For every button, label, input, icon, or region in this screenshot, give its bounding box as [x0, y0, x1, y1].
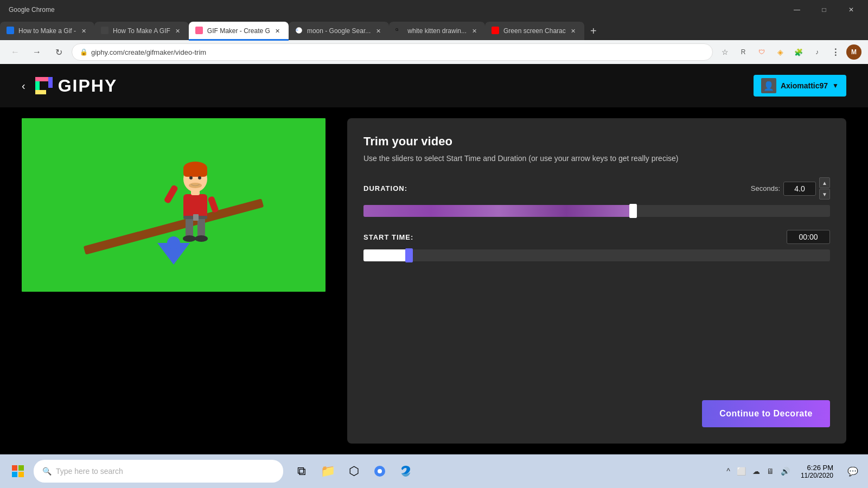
profile-button[interactable]: M	[846, 44, 861, 60]
seconds-down-button[interactable]: ▼	[819, 189, 830, 200]
more-menu-icon[interactable]: ⋮	[828, 44, 843, 60]
spacer	[363, 274, 830, 387]
taskbar-cortana-button[interactable]: ⬡	[342, 458, 366, 485]
clock-area[interactable]: 6:26 PM 11/20/2020	[796, 461, 838, 481]
tab-favicon-6	[492, 27, 500, 35]
user-avatar: 👤	[761, 78, 776, 93]
giphy-logo-text: GIPHY	[58, 76, 118, 96]
start-button[interactable]	[4, 458, 31, 485]
seconds-input[interactable]	[783, 182, 816, 196]
taskbar-chrome-button[interactable]	[368, 458, 392, 485]
tab-favicon-1	[7, 27, 15, 35]
url-text: giphy.com/create/gifmaker/video-trim	[91, 48, 705, 56]
giphy-logo-icon	[34, 76, 54, 95]
tab-gif-maker[interactable]: GIF Maker - Create G ✕	[189, 22, 289, 40]
taskbar-file-explorer-button[interactable]: 📁	[316, 458, 340, 485]
tab-close-5[interactable]: ✕	[470, 27, 478, 35]
svg-point-15	[195, 235, 208, 242]
minimize-button[interactable]: —	[784, 0, 809, 20]
back-button[interactable]: ←	[7, 43, 24, 61]
giphy-header: ‹ GIPHY 👤 Axiomattic97 ▼	[0, 64, 868, 107]
dropdown-arrow-icon: ▼	[832, 82, 839, 89]
tab-favicon-2	[101, 27, 110, 35]
tab-close-6[interactable]: ✕	[569, 27, 578, 35]
extensions-icon[interactable]: 🧩	[791, 44, 806, 60]
title-bar-left: Google Chrome	[4, 6, 782, 14]
start-time-input[interactable]	[787, 230, 830, 244]
duration-slider-track[interactable]	[363, 205, 830, 217]
onedrive-icon[interactable]: ☁	[750, 466, 762, 477]
bookmark-star-icon[interactable]: ☆	[717, 44, 732, 60]
reader-mode-icon[interactable]: R	[736, 44, 751, 60]
seconds-control: Seconds: ▲ ▼	[751, 177, 830, 200]
action-center-button[interactable]: 💬	[842, 458, 864, 485]
tab-title-1: How to Make a Gif -	[18, 27, 76, 35]
new-tab-button[interactable]: +	[584, 22, 603, 40]
tab-close-3[interactable]: ✕	[273, 27, 282, 35]
tab-title-4: moon - Google Sear...	[307, 27, 371, 35]
display-icon[interactable]: 🖥	[764, 466, 776, 477]
media-icon[interactable]: ♪	[809, 44, 825, 60]
tab-moon-search[interactable]: G moon - Google Sear... ✕	[289, 22, 389, 40]
title-bar: Google Chrome — □ ✕	[0, 0, 868, 20]
volume-icon[interactable]: 🔊	[778, 466, 792, 477]
start-time-label: START TIME:	[363, 233, 413, 241]
taskbar-edge-button[interactable]	[394, 458, 418, 485]
duration-handle[interactable]	[629, 204, 637, 218]
tab-close-4[interactable]: ✕	[374, 27, 382, 35]
taskbar-right: ^ ⬜ ☁ 🖥 🔊 6:26 PM 11/20/2020 💬	[724, 458, 864, 485]
tablet-mode-icon[interactable]: ⬜	[735, 466, 748, 477]
svg-rect-31	[18, 472, 24, 477]
tab-close-1[interactable]: ✕	[79, 27, 88, 35]
tab-favicon-3	[195, 27, 204, 35]
svg-rect-7	[35, 90, 46, 94]
taskbar-task-view-button[interactable]: ⧉	[290, 458, 314, 485]
green-screen-bg	[22, 118, 326, 292]
start-time-slider-track[interactable]	[363, 249, 830, 261]
close-button[interactable]: ✕	[839, 0, 864, 20]
brave-shield-icon[interactable]: 🛡	[754, 44, 769, 60]
svg-rect-30	[12, 472, 17, 477]
edge-icon	[399, 465, 412, 478]
windows-logo-icon	[11, 465, 24, 478]
task-view-icon: ⧉	[297, 464, 306, 478]
tab-favicon-4: G	[295, 27, 304, 35]
back-to-giphy-button[interactable]: ‹	[22, 80, 25, 92]
brave-rewards-icon[interactable]: ◈	[773, 44, 788, 60]
cortana-icon: ⬡	[349, 464, 359, 478]
trim-description: Use the sliders to select Start Time and…	[363, 153, 830, 164]
duration-fill	[363, 205, 634, 217]
start-fill	[363, 249, 410, 261]
user-menu-button[interactable]: 👤 Axiomattic97 ▼	[754, 75, 846, 97]
svg-text:G: G	[395, 28, 398, 31]
start-handle[interactable]	[405, 248, 413, 262]
tab-how-to-make-gif[interactable]: How to Make a Gif - ✕	[0, 22, 94, 40]
search-icon: 🔍	[42, 467, 52, 476]
reload-button[interactable]: ↻	[50, 43, 67, 61]
url-bar[interactable]: 🔒 giphy.com/create/gifmaker/video-trim	[72, 43, 713, 61]
tab-green-screen[interactable]: Green screen Charac ✕	[485, 22, 584, 40]
seconds-up-button[interactable]: ▲	[819, 177, 830, 188]
duration-control: DURATION: Seconds: ▲ ▼	[363, 177, 830, 217]
user-name-label: Axiomattic97	[781, 81, 828, 90]
seconds-spinner: ▲ ▼	[819, 177, 830, 200]
continue-to-decorate-button[interactable]: Continue to Decorate	[702, 400, 830, 427]
logo-area: ‹ GIPHY	[22, 76, 117, 96]
maximize-button[interactable]: □	[812, 0, 837, 20]
character-svg	[22, 118, 326, 292]
clock-date: 11/20/2020	[801, 472, 833, 479]
tab-close-2[interactable]: ✕	[174, 27, 182, 35]
forward-button[interactable]: →	[28, 43, 46, 61]
duration-header: DURATION: Seconds: ▲ ▼	[363, 177, 830, 200]
tab-title-6: Green screen Charac	[503, 27, 566, 35]
tab-white-kitten[interactable]: G white kitten drawin... ✕	[389, 22, 485, 40]
tab-how-to-make-gif-2[interactable]: How To Make A GIF ✕	[94, 22, 189, 40]
file-explorer-icon: 📁	[321, 464, 335, 478]
show-hidden-icons-button[interactable]: ^	[724, 466, 732, 477]
browser-chrome: Google Chrome — □ ✕ How to Make a Gif - …	[0, 0, 868, 64]
svg-point-14	[183, 235, 196, 242]
tab-title-2: How To Make A GIF	[113, 27, 170, 35]
trim-title-area: Trim your video Use the sliders to selec…	[363, 134, 830, 164]
taskbar-search-bar[interactable]: 🔍 Type here to search	[34, 460, 283, 483]
tab-title-5: white kitten drawin...	[407, 27, 467, 35]
